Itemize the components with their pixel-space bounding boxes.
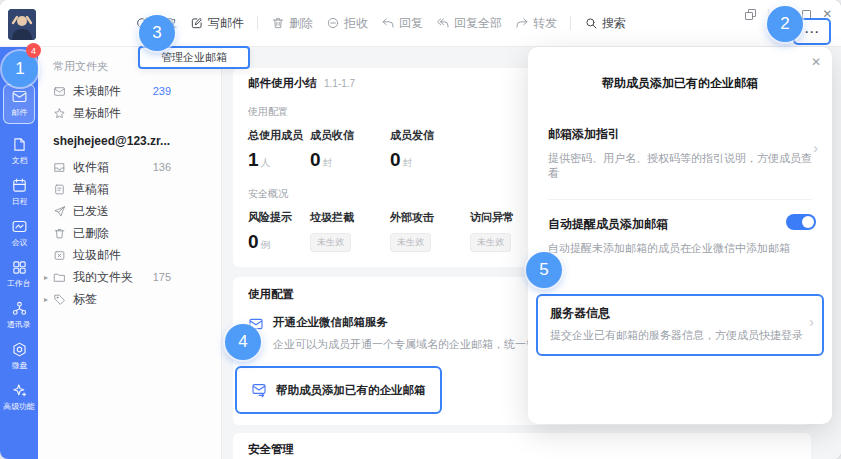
security-manage-card: 安全管理 bbox=[233, 433, 811, 459]
folder-deleted[interactable]: 已删除 bbox=[38, 222, 221, 244]
inbox-icon bbox=[53, 161, 66, 174]
expand-caret-icon[interactable]: ▸ bbox=[44, 295, 53, 304]
step-4-marker: 4 bbox=[225, 324, 261, 360]
search-label: 搜索 bbox=[602, 15, 626, 32]
compose-icon bbox=[190, 16, 204, 30]
status-badge: 未生效 bbox=[470, 233, 511, 252]
forward-label: 转发 bbox=[533, 15, 557, 32]
mail-add-icon bbox=[251, 382, 267, 398]
rail-item-label: 会议 bbox=[11, 237, 27, 248]
stat-risk: 风险提示 0例 bbox=[248, 210, 310, 253]
reply-all-icon bbox=[436, 16, 450, 30]
meeting-icon bbox=[11, 218, 28, 235]
panel-item-title: 自动提醒成员添加邮箱 bbox=[548, 216, 812, 233]
rail-item-label: 文档 bbox=[11, 155, 27, 166]
rail-item-label: 微盘 bbox=[11, 360, 27, 371]
folder-sent[interactable]: 已发送 bbox=[38, 200, 221, 222]
reply-all-label: 回复全部 bbox=[454, 15, 502, 32]
rail-item-label: 邮件 bbox=[11, 107, 27, 118]
reply-button[interactable]: 回复 bbox=[381, 15, 423, 32]
folder-drafts[interactable]: 草稿箱 bbox=[38, 178, 221, 200]
reply-icon bbox=[381, 16, 395, 30]
rail-item-contacts[interactable]: 通讯录 bbox=[6, 300, 32, 331]
folder-unread[interactable]: 未读邮件 239 bbox=[38, 80, 221, 102]
tag-icon bbox=[53, 293, 66, 306]
forward-button[interactable]: 转发 bbox=[515, 15, 557, 32]
folder-label: 收件箱 bbox=[73, 159, 109, 176]
send-icon bbox=[53, 205, 66, 218]
compose-button[interactable]: 写邮件 bbox=[190, 15, 244, 32]
spam-icon bbox=[53, 249, 66, 262]
stat-external-attack: 外部攻击 未生效 bbox=[390, 210, 470, 253]
mailbox-guide-item[interactable]: 邮箱添加指引 提供密码、用户名、授权码等的指引说明，方便成员查看 › bbox=[548, 126, 812, 181]
org-tree-icon bbox=[11, 300, 28, 317]
trash-icon bbox=[271, 16, 285, 30]
folder-count: 136 bbox=[153, 161, 171, 173]
server-info-item[interactable]: 服务器信息 提交企业已有邮箱的服务器信息，方便成员快捷登录 › bbox=[536, 294, 824, 356]
summary-date-range: 1.1-1.7 bbox=[324, 78, 355, 89]
delete-button[interactable]: 删除 bbox=[271, 15, 313, 32]
stat-value: 1 bbox=[248, 149, 259, 170]
folder-count: 175 bbox=[153, 271, 171, 283]
panel-item-desc: 提供密码、用户名、授权码等的指引说明，方便成员查看 bbox=[548, 151, 812, 181]
unread-count-badge: 4 bbox=[26, 43, 41, 58]
rail-item-workbench[interactable]: 工作台 bbox=[6, 259, 32, 290]
search-icon bbox=[584, 16, 598, 30]
panel-item-desc: 提交企业已有邮箱的服务器信息，方便成员快捷登录 bbox=[550, 328, 810, 343]
reject-label: 拒收 bbox=[344, 15, 368, 32]
stat-spam-block: 垃圾拦截 未生效 bbox=[310, 210, 390, 253]
search-button[interactable]: 搜索 bbox=[584, 15, 626, 32]
app-window: 收取 写邮件 删除 拒收 回复 回复全部 bbox=[0, 0, 841, 459]
multi-window-icon[interactable] bbox=[745, 9, 756, 20]
rail-item-advanced[interactable]: 高级功能 bbox=[2, 382, 36, 413]
folder-spam[interactable]: 垃圾邮件 bbox=[38, 244, 221, 266]
status-badge: 未生效 bbox=[310, 233, 351, 252]
panel-divider bbox=[548, 199, 812, 200]
panel-close-icon[interactable]: ✕ bbox=[811, 55, 821, 69]
auto-remind-toggle-on[interactable] bbox=[786, 214, 816, 230]
rail-item-drive[interactable]: 微盘 bbox=[11, 341, 28, 372]
reject-button[interactable]: 拒收 bbox=[326, 15, 368, 32]
mail-toolbar: 收取 写邮件 删除 拒收 回复 回复全部 bbox=[135, 0, 626, 46]
reply-all-button[interactable]: 回复全部 bbox=[436, 15, 502, 32]
rail-item-calendar[interactable]: 日程 bbox=[11, 177, 28, 208]
stat-unit: 人 bbox=[261, 157, 271, 168]
help-add-mailbox-item[interactable]: 帮助成员添加已有的企业邮箱 bbox=[235, 366, 442, 414]
panel-item-title: 邮箱添加指引 bbox=[548, 126, 812, 143]
folder-inbox[interactable]: 收件箱 136 bbox=[38, 156, 221, 178]
help-add-mailbox-panel: ✕ 帮助成员添加已有的企业邮箱 邮箱添加指引 提供密码、用户名、授权码等的指引说… bbox=[528, 47, 832, 424]
stat-value: 0 bbox=[390, 149, 401, 170]
folder-tags[interactable]: ▸ 标签 bbox=[38, 288, 221, 310]
reply-label: 回复 bbox=[399, 15, 423, 32]
folder-label: 垃圾邮件 bbox=[73, 247, 121, 264]
folder-my-folders[interactable]: ▸ 我的文件夹 175 bbox=[38, 266, 221, 288]
panel-item-title: 服务器信息 bbox=[550, 305, 810, 322]
folder-label: 我的文件夹 bbox=[73, 269, 133, 286]
rail-item-label: 通讯录 bbox=[7, 319, 30, 330]
avatar[interactable] bbox=[8, 9, 36, 40]
folder-panel: 常用文件夹 未读邮件 239 星标邮件 shejhejeed@123.zr...… bbox=[38, 47, 222, 459]
toolbar-divider bbox=[570, 16, 571, 30]
stat-unit: 例 bbox=[261, 239, 271, 250]
mail-icon bbox=[53, 85, 66, 98]
status-badge: 未生效 bbox=[390, 233, 431, 252]
rail-item-mail[interactable]: 邮件 bbox=[3, 84, 35, 124]
expand-caret-icon[interactable]: ▸ bbox=[44, 273, 53, 282]
step-3-marker: 3 bbox=[139, 15, 175, 51]
stat-total-members: 总使用成员 1人 bbox=[248, 128, 310, 171]
folder-label: 标签 bbox=[73, 291, 97, 308]
rail-item-docs[interactable]: 文档 bbox=[11, 136, 28, 167]
calendar-icon bbox=[11, 177, 28, 194]
document-icon bbox=[11, 136, 28, 153]
rail-item-label: 工作台 bbox=[7, 278, 30, 289]
toolbar-divider bbox=[257, 16, 258, 30]
folder-starred[interactable]: 星标邮件 bbox=[38, 102, 221, 124]
sparkle-icon bbox=[11, 382, 28, 399]
trash-icon bbox=[53, 227, 66, 240]
stat-value: 0 bbox=[248, 231, 259, 252]
more-icon: ⋯ bbox=[804, 23, 820, 41]
panel-item-desc: 自动提醒未添加邮箱的成员在企业微信中添加邮箱 bbox=[548, 241, 812, 256]
folder-icon bbox=[53, 271, 66, 284]
account-address[interactable]: shejhejeed@123.zr... bbox=[38, 124, 221, 156]
rail-item-meeting[interactable]: 会议 bbox=[11, 218, 28, 249]
